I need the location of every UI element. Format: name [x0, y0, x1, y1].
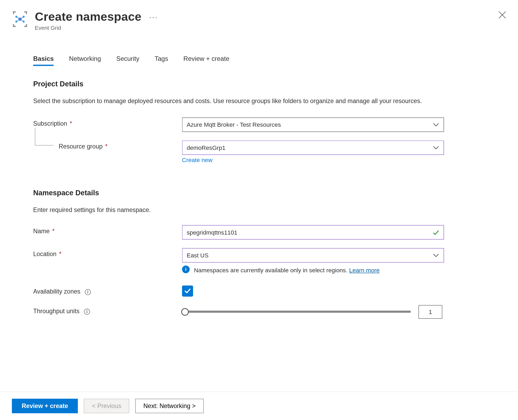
- page-subtitle: Event Grid: [35, 25, 506, 31]
- tab-security[interactable]: Security: [116, 55, 139, 66]
- svg-rect-16: [87, 311, 87, 313]
- namespace-details-heading: Namespace Details: [33, 189, 485, 198]
- tab-basics[interactable]: Basics: [33, 55, 54, 66]
- tabs: Basics Networking Security Tags Review +…: [0, 55, 518, 66]
- tab-tags[interactable]: Tags: [155, 55, 168, 66]
- slider-thumb[interactable]: [181, 308, 189, 316]
- resource-group-label: Resource group *: [33, 141, 182, 150]
- availability-zones-label: Availability zones: [33, 286, 182, 295]
- header: Create namespace ··· Event Grid: [0, 0, 518, 31]
- close-icon[interactable]: [498, 11, 506, 19]
- project-details-desc: Select the subscription to manage deploy…: [33, 96, 429, 106]
- event-grid-icon: [12, 11, 28, 27]
- info-icon[interactable]: [84, 308, 90, 315]
- chevron-down-icon: [433, 145, 439, 151]
- page-title: Create namespace: [35, 10, 142, 24]
- throughput-units-label: Throughput units: [33, 305, 182, 315]
- location-info: Namespaces are currently available only …: [182, 265, 444, 274]
- location-label: Location *: [33, 248, 182, 257]
- subscription-select[interactable]: Azure Mqtt Broker - Test Resources: [182, 118, 444, 132]
- next-button[interactable]: Next: Networking >: [135, 399, 204, 413]
- svg-rect-10: [186, 269, 186, 271]
- review-create-button[interactable]: Review + create: [12, 399, 78, 413]
- project-details-heading: Project Details: [33, 80, 485, 88]
- resource-group-select[interactable]: demoResGrp1: [182, 141, 444, 155]
- svg-rect-13: [88, 291, 88, 294]
- info-icon[interactable]: [85, 289, 91, 295]
- svg-point-9: [185, 268, 186, 268]
- availability-zones-checkbox[interactable]: [182, 286, 193, 297]
- namespace-details-desc: Enter required settings for this namespa…: [33, 205, 429, 215]
- throughput-units-slider[interactable]: [182, 308, 411, 316]
- chevron-down-icon: [433, 121, 439, 128]
- chevron-down-icon: [433, 252, 439, 259]
- tab-networking[interactable]: Networking: [69, 55, 101, 66]
- previous-button: < Previous: [84, 399, 129, 413]
- location-select[interactable]: East US: [182, 248, 444, 262]
- info-icon: [182, 265, 190, 273]
- svg-point-15: [87, 310, 87, 311]
- subscription-label: Subscription *: [33, 118, 182, 127]
- tab-review-create[interactable]: Review + create: [183, 55, 229, 66]
- create-new-link[interactable]: Create new: [182, 157, 213, 164]
- learn-more-link[interactable]: Learn more: [349, 267, 380, 274]
- throughput-units-value[interactable]: 1: [418, 305, 442, 319]
- check-icon: [433, 229, 439, 236]
- name-input[interactable]: spegridmqttns1101: [182, 225, 444, 239]
- more-icon[interactable]: ···: [149, 12, 158, 22]
- svg-point-12: [87, 290, 88, 291]
- footer: Review + create < Previous Next: Network…: [0, 392, 518, 420]
- name-label: Name *: [33, 225, 182, 234]
